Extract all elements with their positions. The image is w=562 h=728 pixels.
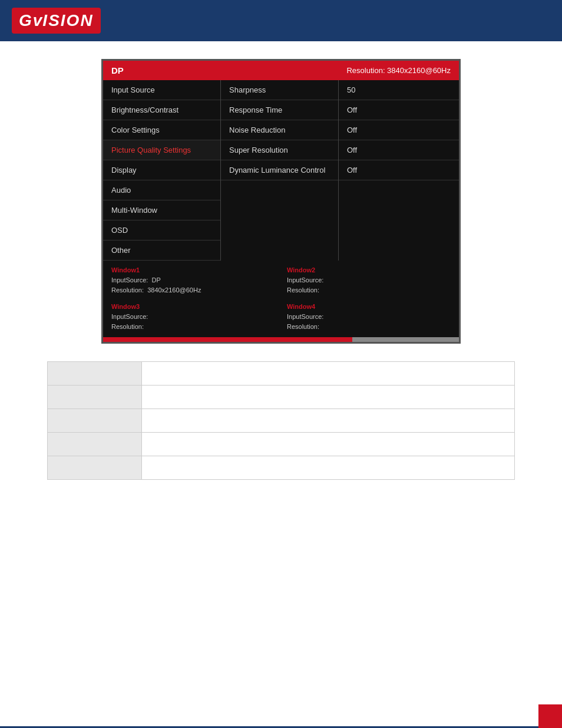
table-cell-right (142, 433, 515, 456)
main-content: DP Resolution: 3840x2160@60Hz Input Sour… (0, 41, 562, 498)
nav-other[interactable]: Other (103, 241, 220, 261)
setting-dynamic-luminance[interactable]: Dynamic Luminance Control (221, 160, 338, 180)
value-super-resolution: Off (339, 140, 459, 160)
value-empty (339, 180, 459, 204)
osd-panel: DP Resolution: 3840x2160@60Hz Input Sour… (101, 59, 461, 344)
table-cell-left (48, 362, 142, 386)
osd-nav: Input Source Brightness/Contrast Color S… (103, 80, 221, 261)
table-cell-left (48, 409, 142, 433)
nav-display[interactable]: Display (103, 160, 220, 180)
osd-settings-list: Sharpness Response Time Noise Reduction … (221, 80, 339, 261)
table-row (48, 386, 515, 409)
osd-title: DP (111, 65, 124, 75)
window1-info: InputSource: DPResolution: 3840x2160@60H… (111, 275, 275, 295)
nav-input-source[interactable]: Input Source (103, 80, 220, 100)
table-cell-left (48, 386, 142, 409)
window4-title: Window4 (287, 303, 451, 310)
data-table (47, 361, 515, 480)
value-dynamic-luminance: Off (339, 160, 459, 180)
table-cell-right (142, 386, 515, 409)
logo: GvISION (19, 11, 94, 29)
window2-info: InputSource:Resolution: (287, 275, 451, 295)
window-info-section-2: Window3 InputSource:Resolution: Window4 … (103, 301, 459, 337)
window3-title: Window3 (111, 303, 275, 310)
table-cell-left (48, 456, 142, 480)
window4-info: InputSource:Resolution: (287, 312, 451, 331)
value-noise-reduction: Off (339, 120, 459, 140)
setting-empty (221, 180, 338, 204)
nav-brightness-contrast[interactable]: Brightness/Contrast (103, 100, 220, 120)
osd-footer-bar (103, 337, 459, 342)
nav-osd[interactable]: OSD (103, 220, 220, 241)
table-cell-left (48, 433, 142, 456)
value-sharpness: 50 (339, 80, 459, 100)
table-cell-right (142, 456, 515, 480)
osd-body: Input Source Brightness/Contrast Color S… (103, 80, 459, 261)
table-row (48, 362, 515, 386)
osd-header: DP Resolution: 3840x2160@60Hz (103, 61, 459, 80)
window2-block: Window2 InputSource:Resolution: (287, 266, 451, 295)
osd-values-list: 50 Off Off Off Off (339, 80, 459, 261)
window2-title: Window2 (287, 266, 451, 274)
table-row (48, 409, 515, 433)
nav-picture-quality[interactable]: Picture Quality Settings (103, 140, 220, 160)
window3-info: InputSource:Resolution: (111, 312, 275, 331)
window1-title: Window1 (111, 266, 275, 274)
nav-audio[interactable]: Audio (103, 180, 220, 200)
nav-color-settings[interactable]: Color Settings (103, 120, 220, 140)
setting-response-time[interactable]: Response Time (221, 100, 338, 120)
setting-super-resolution[interactable]: Super Resolution (221, 140, 338, 160)
table-row (48, 433, 515, 456)
table-cell-right (142, 409, 515, 433)
setting-noise-reduction[interactable]: Noise Reduction (221, 120, 338, 140)
window1-block: Window1 InputSource: DPResolution: 3840x… (111, 266, 275, 295)
nav-multi-window[interactable]: Multi-Window (103, 200, 220, 220)
window3-block: Window3 InputSource:Resolution: (111, 303, 275, 331)
logo-box: GvISION (12, 8, 101, 34)
window-info-section: Window1 InputSource: DPResolution: 3840x… (103, 261, 459, 301)
window4-block: Window4 InputSource:Resolution: (287, 303, 451, 331)
setting-sharpness[interactable]: Sharpness (221, 80, 338, 100)
bottom-square (538, 704, 562, 728)
table-cell-right (142, 362, 515, 386)
header: GvISION (0, 0, 562, 41)
value-response-time: Off (339, 100, 459, 120)
table-row (48, 456, 515, 480)
osd-resolution: Resolution: 3840x2160@60Hz (346, 66, 451, 75)
bottom-bar (0, 704, 562, 728)
